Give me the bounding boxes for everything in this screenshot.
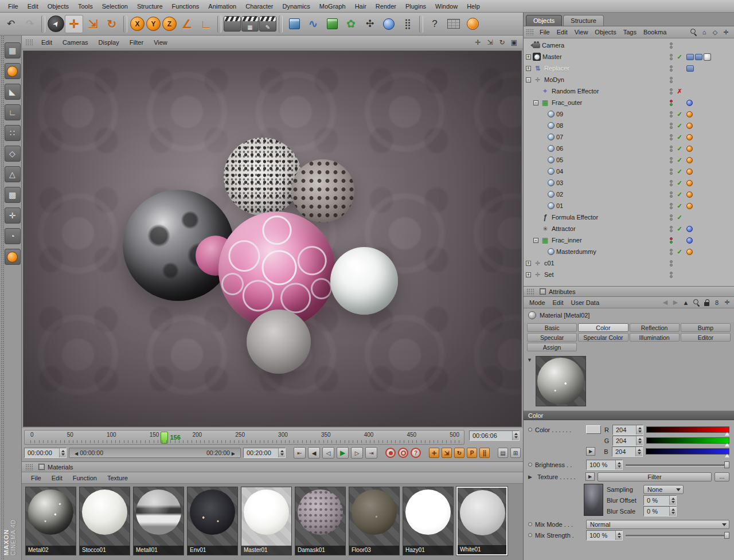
play-start-stepper[interactable] (59, 448, 66, 457)
object-row[interactable]: 02 ✓ (524, 189, 734, 200)
lock-icon[interactable] (702, 298, 711, 307)
object-manager-menu-item[interactable]: Edit (553, 28, 571, 37)
mix-strength-slider[interactable] (626, 531, 729, 539)
object-label[interactable]: 01 (556, 202, 667, 209)
menubar-item[interactable]: Render (371, 1, 401, 11)
object-row[interactable]: Masterdummy ✓ (524, 246, 734, 257)
visibility-dots[interactable] (667, 226, 675, 232)
object-label[interactable]: Set (544, 271, 667, 278)
object-label[interactable]: c01 (544, 260, 667, 267)
object-row[interactable]: - Frac_outer (524, 97, 734, 108)
enable-toggle[interactable]: ✓ (675, 225, 684, 233)
live-selection-icon[interactable]: ➤ (48, 15, 64, 32)
expand-toggle[interactable]: - (526, 77, 531, 83)
material-thumbnail[interactable]: Master01 (241, 487, 292, 555)
next-frame-button[interactable]: ▷ (351, 447, 363, 459)
enable-toggle[interactable]: ✓ (675, 134, 684, 141)
texture-more-button[interactable]: ... (715, 472, 729, 481)
play-button[interactable]: ▶ (337, 447, 349, 459)
green-gradient-slider[interactable] (646, 437, 729, 444)
model-mode-icon[interactable] (5, 63, 21, 79)
attributes-menu-item[interactable]: Mode (526, 298, 549, 307)
range-right-arrow-icon[interactable]: ▶ (232, 451, 235, 456)
object-row[interactable]: 06 ✓ (524, 143, 734, 154)
expand-toggle[interactable]: + (526, 66, 531, 71)
menubar-item[interactable]: Hair (350, 1, 371, 11)
viewport-canvas[interactable] (23, 50, 522, 427)
object-manager-menu-item[interactable]: File (536, 28, 553, 37)
points-mode-icon[interactable]: ∷ (5, 125, 21, 141)
attribute-tab[interactable]: Assign (527, 343, 577, 351)
red-stepper[interactable] (636, 425, 643, 434)
manager-tab[interactable]: Structure (563, 15, 604, 26)
object-row[interactable]: Random Effector ✗ (524, 85, 734, 97)
enable-toggle[interactable]: ✗ (675, 88, 684, 95)
add-icon[interactable]: ✛ (723, 298, 732, 307)
object-row[interactable]: + Set (524, 269, 734, 280)
blue-tag[interactable] (686, 100, 693, 106)
viewport-render-icon[interactable] (5, 249, 21, 265)
make-editable-icon[interactable]: ▦ (5, 42, 21, 58)
color-swatch[interactable] (586, 425, 601, 434)
enable-toggle[interactable]: ✓ (675, 248, 684, 256)
blur-scale-field[interactable]: 0 % (643, 506, 677, 516)
range-left-arrow-icon[interactable]: ◀ (75, 451, 78, 456)
object-row[interactable]: 08 ✓ (524, 120, 734, 131)
maximize-view-icon[interactable]: ▣ (509, 37, 520, 47)
object-label[interactable]: Random Effector (552, 88, 667, 95)
x-axis-lock-icon[interactable]: X (130, 17, 145, 31)
viewport-menu-item[interactable]: View (149, 37, 172, 48)
material-thumbnail[interactable]: Floor03 (349, 487, 400, 555)
spreadsheet-icon[interactable]: ⊞ (510, 448, 521, 458)
enable-toggle[interactable]: ✓ (675, 214, 684, 221)
add-deformer-icon[interactable] (380, 15, 398, 33)
play-start-field[interactable]: 00:00:00 (24, 448, 67, 458)
add-modeling-object-icon[interactable]: ✿ (342, 15, 360, 33)
object-row[interactable]: - Frac_inner (524, 234, 734, 246)
polygons-mode-icon[interactable]: △ (5, 166, 21, 182)
history-back-icon[interactable]: ◀ (661, 298, 670, 307)
panel-grip[interactable] (25, 464, 33, 471)
menubar-item[interactable]: Structure (132, 1, 167, 11)
object-row[interactable]: 05 ✓ (524, 154, 734, 166)
anim-dot[interactable] (528, 428, 532, 432)
green-stepper[interactable] (636, 436, 643, 445)
object-label[interactable]: Frac_outer (552, 99, 667, 106)
xpresso-tag[interactable] (686, 65, 694, 72)
visibility-dots[interactable] (667, 237, 675, 244)
menubar-item[interactable]: File (3, 1, 23, 11)
rotate-tool-icon[interactable]: ↻ (103, 15, 121, 33)
materials-menu-item[interactable]: Function (68, 473, 101, 483)
material-thumbnail[interactable]: Metall01 (133, 487, 184, 555)
visibility-dots[interactable] (667, 42, 675, 49)
enable-toggle[interactable]: ✓ (675, 156, 684, 164)
menubar-item[interactable]: Functions (167, 1, 204, 11)
blue-gradient-slider[interactable] (646, 448, 729, 455)
object-label[interactable]: 04 (556, 168, 667, 175)
object-row[interactable]: 09 ✓ (524, 108, 734, 120)
visibility-dots[interactable] (667, 54, 675, 60)
enable-toggle[interactable]: ✓ (675, 145, 684, 152)
xpresso-tag[interactable] (695, 54, 702, 60)
object-row[interactable]: + Master ✓ (524, 51, 734, 62)
previous-key-button[interactable]: ◀ (308, 447, 320, 459)
object-row[interactable]: + c01 (524, 257, 734, 269)
keyframe-selection-button[interactable] (411, 448, 421, 458)
attribute-tab[interactable]: Color (578, 323, 628, 332)
anim-dot[interactable] (528, 533, 532, 537)
attribute-tab[interactable]: Editor (681, 333, 731, 342)
material-preview[interactable] (536, 356, 586, 406)
expand-toggle[interactable]: - (533, 100, 538, 105)
visibility-dots[interactable] (667, 88, 675, 95)
gray-matte-sphere[interactable] (247, 310, 311, 374)
menubar-item[interactable]: Animation (204, 1, 241, 11)
scale-tool-icon[interactable]: ⇲ (84, 15, 102, 33)
menubar-item[interactable]: Tools (73, 1, 97, 11)
blur-offset-field[interactable]: 0 % (643, 495, 677, 506)
orange-tag[interactable] (686, 249, 693, 255)
content-browser-icon[interactable] (463, 15, 482, 33)
panel-grip[interactable] (25, 39, 33, 46)
goto-start-button[interactable]: ⇤ (294, 447, 306, 459)
workplane-mode-icon[interactable]: ∟ (5, 104, 21, 120)
record-pla-icon[interactable]: ⣿ (479, 448, 490, 458)
